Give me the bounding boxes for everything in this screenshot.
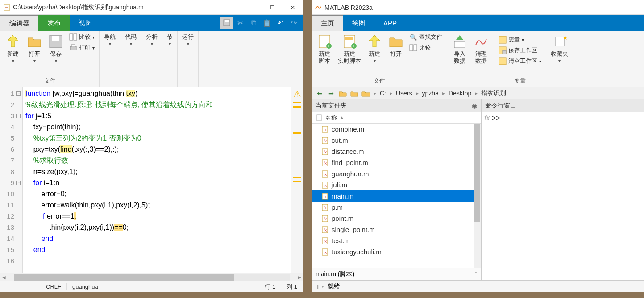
favorites-button[interactable]: ★收藏夹▾ [548,32,571,65]
compare-button[interactable]: 比较▾ [66,32,97,42]
matlab-icon [315,4,322,11]
file-row[interactable]: fxfind_point.m [312,157,481,168]
new-button[interactable]: 新建▾ [364,32,385,65]
name-column[interactable]: 名称 [325,114,337,122]
tab-plots[interactable]: 绘图 [343,15,374,31]
tab-publish[interactable]: 发布 [38,15,70,31]
breadcrumb[interactable]: C: [379,90,387,97]
file-row[interactable]: fxp.m [312,202,481,213]
back-button[interactable]: ⬅ [315,88,324,98]
svg-rect-11 [71,45,75,47]
save-icon[interactable] [220,17,233,29]
up-folder-icon[interactable] [349,88,359,98]
copy-icon[interactable]: ⧉ [247,17,260,29]
breadcrumb[interactable]: 指纹识别 [480,89,507,97]
editor-window: C:\Users\ypzha\Desktop\指纹识别\guanghua.m ─… [0,0,303,292]
file-row[interactable]: fxtuxiangyuchuli.m [312,246,481,257]
svg-text:fx: fx [324,206,327,210]
tab-view[interactable]: 视图 [70,15,101,31]
fx-icon[interactable]: fx [484,114,490,122]
svg-marker-19 [369,35,380,47]
tab-editor[interactable]: 编辑器 [0,15,38,31]
tab-apps[interactable]: APP [374,15,406,31]
code-area[interactable]: function [w,pxy]=guanghua(thin,txy)%纹线光滑… [23,87,291,273]
file-row[interactable]: fxjuli.m [312,179,481,190]
find-files-button[interactable]: 🔍查找文件 [407,32,445,42]
minimize-button[interactable]: ─ [241,0,262,15]
forward-button[interactable]: ➡ [326,88,336,98]
file-row[interactable]: fxdistance.m [312,146,481,157]
warning-mark[interactable] [293,132,301,134]
eol-indicator[interactable]: CRLF [41,283,67,290]
compare-button[interactable]: 比较 [407,42,445,53]
clear-workspace-button[interactable]: 清空工作区▾ [496,56,544,66]
svg-text:fx: fx [324,172,327,177]
maximize-button[interactable]: ☐ [262,0,283,15]
sort-icon[interactable]: ▲ [340,115,344,120]
file-row[interactable]: fxpoint.m [312,213,481,224]
svg-rect-20 [410,45,413,51]
import-data-button[interactable]: 导入 数据 [449,32,470,66]
tab-home[interactable]: 主页 [312,15,343,31]
mfile-icon: fx [321,137,329,145]
svg-rect-1 [5,6,8,6]
code-button[interactable]: 代码▾ [122,32,139,48]
file-row[interactable]: fxsingle_point.m [312,224,481,235]
paste-icon[interactable]: 📋 [260,17,274,29]
plus-icon [366,33,382,50]
file-row[interactable]: fxcut.m [312,135,481,146]
svg-text:fx: fx [324,250,327,255]
undo-icon[interactable]: ↶ [274,17,287,29]
file-list-scrollbar[interactable] [474,124,481,268]
new-button[interactable]: 新建▾ [2,32,24,65]
compare-icon [69,33,77,41]
section-button[interactable]: 节▾ [164,32,175,48]
open-button[interactable]: 打开▾ [24,32,45,65]
file-row[interactable]: fxcombine.m [312,124,481,135]
svg-text:fx: fx [324,139,327,143]
expand-icon[interactable]: ˆ [475,271,477,278]
file-row[interactable]: fxguanghua.m [312,168,481,179]
breadcrumb[interactable]: Users [395,90,413,97]
warning-mark[interactable] [293,102,301,103]
run-button[interactable]: 运行▾ [179,32,196,48]
warning-mark[interactable] [293,106,301,108]
cut-icon[interactable]: ✂ [233,17,247,29]
line-gutter: 1−23−456789−10111213141516 [0,87,23,273]
svg-text:+: + [353,44,355,49]
warning-mark[interactable] [293,181,301,182]
svg-rect-26 [503,50,506,54]
up-folder-icon[interactable] [338,88,348,98]
nav-button[interactable]: 导航▾ [101,32,118,48]
svg-rect-9 [74,34,77,40]
command-window[interactable]: fx>> [482,112,644,280]
breadcrumb[interactable]: ypzha [421,90,440,97]
grip-icon[interactable]: ⫼▸ [315,283,324,290]
warning-icon: ⚠ [293,89,301,99]
save-button[interactable]: 保存▾ [45,32,66,65]
panel-menu-icon[interactable]: ◉ [472,102,477,109]
warning-strip: ⚠ [291,87,303,273]
clean-data-button[interactable]: 清理 数据 [470,32,492,66]
new-script-button[interactable]: +新建 脚本 [314,32,335,66]
editor-titlebar: C:\Users\ypzha\Desktop\指纹识别\guanghua.m ─… [0,0,303,15]
analyze-button[interactable]: 分析▾ [143,32,160,48]
breadcrumb[interactable]: Desktop [448,90,472,97]
save-workspace-button[interactable]: 保存工作区 [496,45,544,56]
svg-text:+: + [328,44,330,49]
redo-icon[interactable]: ↷ [287,17,300,29]
open-folder-button[interactable]: 打开 [385,32,407,59]
open-folder-icon [26,33,42,50]
file-row[interactable]: fxtest.m [312,235,481,246]
editor-title: C:\Users\ypzha\Desktop\指纹识别\guanghua.m [13,4,241,12]
editor-hscroll[interactable]: ◄► [0,273,303,281]
print-button[interactable]: 打印▾ [66,42,97,53]
new-live-script-button[interactable]: +新建 实时脚本 [335,32,364,66]
close-button[interactable]: ✕ [283,0,303,15]
editor-body: 1−23−456789−10111213141516 function [w,p… [0,87,303,273]
file-row[interactable]: fxmain.m [312,190,481,202]
variable-button[interactable]: 变量▾ [496,34,544,45]
warning-mark[interactable] [293,177,301,178]
current-folder-icon[interactable] [361,88,371,98]
editor-statusbar: CRLF guanghua 行 1 列 1 [0,281,303,292]
